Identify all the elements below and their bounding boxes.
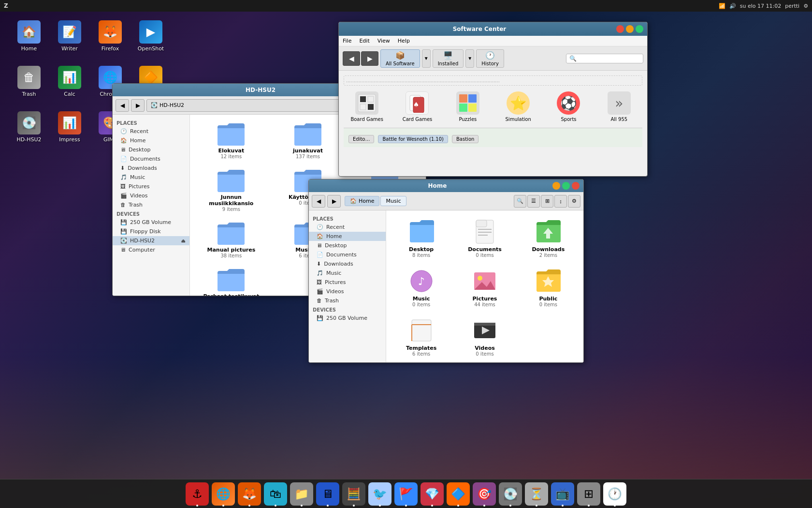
sc-menu-view[interactable]: View [377,38,390,44]
fm-home-sidebar-home[interactable]: 🏠 Home [309,232,386,241]
taskbar-bag[interactable]: 🛍 [264,482,287,506]
sc-game-sports[interactable]: ⚽ Sports [545,90,592,124]
taskbar-calc[interactable]: 🧮 [342,482,365,506]
sc-fwd-btn[interactable]: ▶ [361,51,378,66]
desktop-icon-hd-hsu2[interactable]: 💽 HD-HSU2 [10,105,48,149]
fm-home-max[interactable] [562,182,570,190]
fm-home-min[interactable] [552,182,560,190]
taskbar-grid[interactable]: ⊞ [577,482,600,506]
sc-history-btn[interactable]: 🕐 History [476,49,504,68]
fm-home-sidebar-music[interactable]: 🎵 Music [309,269,386,278]
desktop-icon-trash[interactable]: 🗑 Trash [10,60,48,104]
fm-hd-back-btn[interactable]: ◀ [116,99,129,112]
fm-home-titlebar[interactable]: Home [309,179,583,192]
desktop-icon-impress[interactable]: 📊 Impress [50,105,89,149]
folder-manual-pictures[interactable]: Manual pictures 38 items [195,219,268,261]
fm-hd-sidebar-downloads[interactable]: ⬇ Downloads [113,164,189,173]
desktop-icon-writer[interactable]: 📝 Writer [50,15,89,58]
fm-home-list-btn[interactable]: ☰ [527,195,540,208]
desktop-icon-firefox[interactable]: 🦊 Firefox [91,15,130,58]
sc-back-btn[interactable]: ◀ [343,51,360,66]
sc-install-item-3[interactable]: Bastion [452,135,478,143]
fm-hd-sidebar-250gb[interactable]: 💾 250 GB Volume [113,218,189,227]
home-item-videos[interactable]: Videos 0 items [454,314,515,360]
taskbar-bird[interactable]: 🐦 [368,482,392,506]
fm-hd-fwd-btn[interactable]: ▶ [131,99,145,112]
sc-menu-edit[interactable]: Edit [359,38,369,44]
taskbar-gem[interactable]: 💎 [420,482,444,506]
sc-game-card[interactable]: ♠ Card Games [394,90,440,124]
fm-hd-sidebar-music[interactable]: 🎵 Music [113,173,189,182]
taskbar-files[interactable]: 📁 [290,482,313,506]
fm-home-sidebar-250gb[interactable]: 💾 250 GB Volume [309,314,386,323]
fm-hd-sidebar-pictures[interactable]: 🖼 Pictures [113,182,189,191]
fm-home-sidebar-downloads[interactable]: ⬇ Downloads [309,259,386,269]
panel-settings-icon[interactable]: ⚙ [803,3,808,9]
sc-install-item-2[interactable]: Battle for Wesnoth (1.10) [378,135,448,143]
folder-junakuvat[interactable]: junakuvat 137 items [272,120,345,162]
fm-hd-sidebar-hd-hsu2[interactable]: 💽 HD-HSU2 ⏏ [113,236,189,245]
fm-hd-sidebar-videos[interactable]: 🎬 Videos [113,191,189,200]
fm-home-fwd-btn[interactable]: ▶ [327,195,341,208]
desktop-icon-home[interactable]: 🏠 Home [10,15,48,58]
fm-home-settings-btn[interactable]: ⚙ [568,195,580,208]
sc-close-btn[interactable] [616,25,624,33]
sc-search-box[interactable]: 🔍 [566,54,643,63]
taskbar-firefox[interactable]: 🦊 [238,482,261,506]
fm-home-sidebar-pictures[interactable]: 🖼 Pictures [309,278,386,287]
taskbar-target[interactable]: 🎯 [473,482,496,506]
home-item-pictures[interactable]: Pictures 44 items [454,265,515,311]
taskbar-clock[interactable]: 🕐 [603,482,626,506]
fm-hd-sidebar-recent[interactable]: 🕐 Recent [113,127,189,136]
desktop-icon-calc[interactable]: 📊 Calc [50,60,89,104]
sc-game-puzzles[interactable]: Puzzles [445,90,491,124]
sc-install-item-1[interactable]: Edito… [348,135,374,143]
sc-all-software-btn[interactable]: 📦 All Software [380,49,420,68]
fm-home-back-btn[interactable]: ◀ [312,195,325,208]
taskbar-monitor2[interactable]: 📺 [551,482,574,506]
sc-game-board[interactable]: Board Games [344,90,390,124]
taskbar-hourglass[interactable]: ⏳ [525,482,548,506]
sc-min-btn[interactable] [626,25,634,33]
fm-home-sidebar-desktop[interactable]: 🖥 Desktop [309,241,386,250]
software-center-titlebar[interactable]: Software Center [339,22,647,36]
fm-home-close[interactable] [572,182,580,190]
fm-hd-sidebar-trash[interactable]: 🗑 Trash [113,200,189,209]
fm-home-sidebar-documents[interactable]: 📄 Documents [309,250,386,259]
sc-game-all[interactable]: » All 955 [596,90,642,124]
sc-dropdown-btn[interactable]: ▼ [422,49,431,68]
taskbar-monitor[interactable]: 🖥 [316,482,339,506]
home-item-desktop[interactable]: Desktop 8 items [391,215,451,262]
fm-hd-sidebar-documents[interactable]: 📄 Documents [113,154,189,164]
fm-hd-sidebar-computer[interactable]: 🖥 Computer [113,245,189,254]
fm-bread-music[interactable]: Music [380,196,406,206]
folder-parhaat-testikuvat[interactable]: Parhaat testikuvat 11 items [195,265,268,296]
folder-junnun-musiikkikansio[interactable]: Junnun musiikkikansio 9 items [195,166,268,215]
sc-search-input[interactable] [577,56,640,61]
taskbar-anchor[interactable]: ⚓ [186,482,209,506]
home-item-templates[interactable]: Templates 6 items [391,314,451,360]
fm-hd-sidebar-home[interactable]: 🏠 Home [113,136,189,145]
sc-game-simulation[interactable]: ⭐ Simulation [495,90,541,124]
fm-home-search-btn[interactable]: 🔍 [514,195,526,208]
taskbar-hdd[interactable]: 💽 [499,482,522,506]
fm-hd-eject-icon[interactable]: ⏏ [181,238,186,243]
fm-home-sort-btn[interactable]: ↕ [554,195,567,208]
app-menu-btn[interactable]: Z [0,2,8,9]
sc-max-btn[interactable] [636,25,643,33]
desktop-icon-openshot[interactable]: ▶ OpenShot [131,15,170,58]
fm-home-sidebar-videos[interactable]: 🎬 Videos [309,287,386,296]
taskbar-chrome[interactable]: 🌐 [212,482,235,506]
folder-elokuvat[interactable]: Elokuvat 12 items [195,120,268,162]
home-item-documents[interactable]: Documents 0 items [454,215,515,262]
sc-installed-btn[interactable]: 🖥️ Installed [433,49,464,68]
home-item-public[interactable]: Public 0 items [518,265,579,311]
fm-bread-home[interactable]: 🏠 Home [345,196,379,206]
fm-home-grid-btn[interactable]: ⊞ [541,195,553,208]
taskbar-diamond[interactable]: 🔷 [447,482,470,506]
fm-home-sidebar-trash[interactable]: 🗑 Trash [309,296,386,305]
fm-home-sidebar-recent[interactable]: 🕐 Recent [309,223,386,232]
fm-hd-sidebar-floppy[interactable]: 💾 Floppy Disk [113,227,189,236]
sc-menu-help[interactable]: Help [398,38,410,44]
home-item-downloads[interactable]: Downloads 2 items [518,215,579,262]
